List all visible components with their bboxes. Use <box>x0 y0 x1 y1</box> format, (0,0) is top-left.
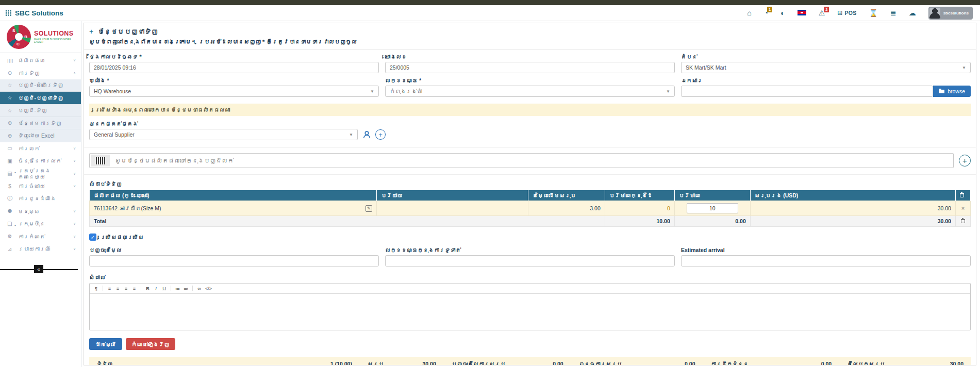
sidebar-item-people[interactable]: ⚉ មនុស្ស ∨ <box>0 205 81 218</box>
payment-terms-input[interactable] <box>385 255 675 266</box>
app-brand[interactable]: SBC Solutions <box>5 9 63 17</box>
chevron-down-icon: ∨ <box>73 146 76 151</box>
add-product-button[interactable]: + <box>959 155 971 166</box>
view-supplier-button[interactable] <box>361 129 372 140</box>
sidebar-item-add-purchase[interactable]: ⊕ បន្ថែមការទិញ <box>0 117 81 129</box>
supplier-select[interactable]: General Supplier ▼ <box>89 129 358 140</box>
info-icon: ⓘ <box>6 195 13 202</box>
language-flag-icon[interactable] <box>798 9 806 16</box>
status-value: កំពុងរង់ចាំ <box>390 88 422 94</box>
option-checkbox-label: ជ្រើសផលជ្រើស <box>101 234 144 240</box>
sidebar-item-label: របាយការណ៍ <box>18 246 51 252</box>
cambodia-flag <box>798 10 806 15</box>
caret-down-icon: ▼ <box>370 89 374 94</box>
sidebar-item-label: ផលិតផល <box>18 57 45 63</box>
pos-button[interactable]: ⊞ POS <box>837 10 856 16</box>
apps-grid-icon <box>5 10 11 16</box>
sidebar-item-label: បញ្ជី-បញ្ជាទិញ <box>18 95 63 101</box>
estimated-arrival-field: Estimated arrival <box>681 247 971 266</box>
sidebar-item-purchasing[interactable]: ⊙ ការទិញ ∧ <box>0 66 81 79</box>
sidebar-item-pos[interactable]: ▣ ចំនុចនៃការលក់ ∨ <box>0 155 81 167</box>
ordered-list-icon[interactable]: ≔ <box>174 285 181 292</box>
sidebar-item-settings[interactable]: ⚙ ការកំណត់ ∨ <box>0 230 81 242</box>
sidebar-item-purchase-request-list[interactable]: ☆ បញ្ជី-សំណើរទិញ <box>0 79 81 92</box>
order-items-label: លំដាប់ទំនិញ <box>84 175 976 190</box>
align-right-icon[interactable]: ≡ <box>122 285 130 292</box>
summary-discount-label: បញ្ចុះតំលៃការសរុប <box>452 361 506 365</box>
date-input[interactable] <box>89 62 379 73</box>
sidebar-item-company[interactable]: ❏ ក្រុមហ៊ុន ∨ <box>0 218 81 230</box>
paragraph-icon[interactable]: ¶ <box>92 285 100 292</box>
user-menu[interactable]: sbcsolutions <box>928 7 973 20</box>
star-icon: ☆ <box>6 108 13 113</box>
add-supplier-button[interactable]: + <box>375 129 386 140</box>
cleanup-icon[interactable]: ☁ <box>909 9 916 16</box>
alerts-icon[interactable]: ⚠ 2 <box>819 9 825 16</box>
trash-icon[interactable] <box>960 193 964 197</box>
list-icon[interactable]: ≣ <box>890 9 896 16</box>
table-total-row: Total 10.00 0.00 30.00 <box>90 216 971 227</box>
chart-icon: ⊿ <box>6 246 13 252</box>
quantity-input[interactable] <box>687 203 738 213</box>
trash-icon[interactable] <box>961 219 965 223</box>
summary-total-value: 30.00 <box>422 361 436 365</box>
sidebar-item-purchase-order-list[interactable]: ☆ បញ្ជី-បញ្ជាទិញ <box>0 92 81 104</box>
location-select[interactable]: SK Mart/SK Mart ▼ <box>681 62 971 73</box>
note-label: សំគាល់ <box>84 266 976 283</box>
total-amount: 0.00 <box>674 216 750 227</box>
logo-title: SOLUTIONS <box>34 30 78 38</box>
bold-icon[interactable]: B <box>144 285 152 292</box>
note-editor-body[interactable] <box>90 294 970 330</box>
col-subtotal: សរុបរង (USD) <box>750 190 955 201</box>
option-check-row: ✓ ជ្រើសផលជ្រើស <box>84 227 976 241</box>
barcode-section: + <box>84 147 976 175</box>
sidebar-item-purchase-by-excel[interactable]: ⊕ ទិញដោយ Excel <box>0 129 81 142</box>
col-product: ផលិតផល (កូដ-ឈ្មោះ) <box>90 190 377 201</box>
home-icon[interactable]: ⌂ <box>747 9 751 16</box>
table-row: 76113642-អាវយឺត(Size M) ✎ 3.00 0 30.00 × <box>90 201 971 216</box>
browse-button[interactable]: browse <box>933 86 971 97</box>
plus-circle-icon: ⊕ <box>6 133 13 139</box>
status-select[interactable]: កំពុងរង់ចាំ ▼ <box>385 86 675 97</box>
unordered-list-icon[interactable]: ≕ <box>182 285 190 292</box>
link-icon[interactable]: ∞ <box>195 285 203 292</box>
discount-label: បញ្ចុះតម្លៃ <box>89 247 379 253</box>
align-center-icon[interactable]: ≡ <box>114 285 122 292</box>
product-search-input[interactable] <box>110 158 953 164</box>
submit-button[interactable]: ដាក់ស្នើ <box>89 338 122 350</box>
hourglass-icon[interactable]: ⌛ <box>869 9 877 16</box>
italic-icon[interactable]: I <box>152 285 160 292</box>
sidebar-item-notifications[interactable]: ⓘ ការជូនដំណឹង <box>0 192 81 205</box>
attachment-input[interactable] <box>681 86 933 97</box>
reference-label: យោងលេខ <box>385 54 675 60</box>
sidebar-item-label: បញ្ជី-ទិញ <box>18 107 47 113</box>
chevron-down-icon: ∨ <box>73 159 76 163</box>
sidebar-item-purchase-list[interactable]: ☆ បញ្ជី-ទិញ <box>0 105 81 117</box>
status-label: លក្ខខណ្ឌ * <box>385 77 675 84</box>
dollar-icon: $ <box>6 184 13 189</box>
sidebar-item-sales[interactable]: ▭ ការលក់ ∨ <box>0 142 81 155</box>
warehouse-field: ឃ្លាំង * HQ Warehouse ▼ <box>89 77 379 97</box>
align-justify-icon[interactable]: ≡ <box>130 285 138 292</box>
code-icon[interactable]: </> <box>204 285 213 292</box>
underline-icon[interactable]: U <box>160 285 168 292</box>
warehouse-select[interactable]: HQ Warehouse ▼ <box>89 86 379 97</box>
remove-row-button[interactable]: × <box>955 201 970 216</box>
sidebar-item-expenses[interactable]: $ ការចំណាយ ∨ <box>0 180 81 192</box>
window-top-strip <box>0 0 980 5</box>
chevron-down-icon: ∨ <box>73 235 76 239</box>
sidebar-item-accounting[interactable]: ▤ គ្រប់គ្រងគណនេយ្យ ∨ <box>0 168 81 180</box>
reset-button[interactable]: កំណត់ឡើងវិញ <box>126 338 175 350</box>
theme-toggle-icon[interactable]: ◐ <box>780 9 785 16</box>
sidebar-item-products[interactable]: ∣∣∣∣ ផលិតផល ∨ <box>0 54 81 66</box>
reference-input[interactable] <box>385 62 675 73</box>
edit-icon[interactable]: ✎ <box>366 205 372 212</box>
option-checkbox[interactable]: ✓ <box>89 233 96 241</box>
history-icon[interactable]: ◔ 1 <box>764 9 768 16</box>
sidebar-item-reports[interactable]: ⊿ របាយការណ៍ ∨ <box>0 243 81 255</box>
discount-input[interactable] <box>89 255 379 266</box>
align-left-icon[interactable]: ≡ <box>106 285 113 292</box>
page-title-row: + បន្ថែមបញ្ជាទិញ <box>84 23 976 39</box>
sidebar-collapse-button[interactable]: « <box>34 265 43 273</box>
estimated-arrival-input[interactable] <box>681 255 971 266</box>
